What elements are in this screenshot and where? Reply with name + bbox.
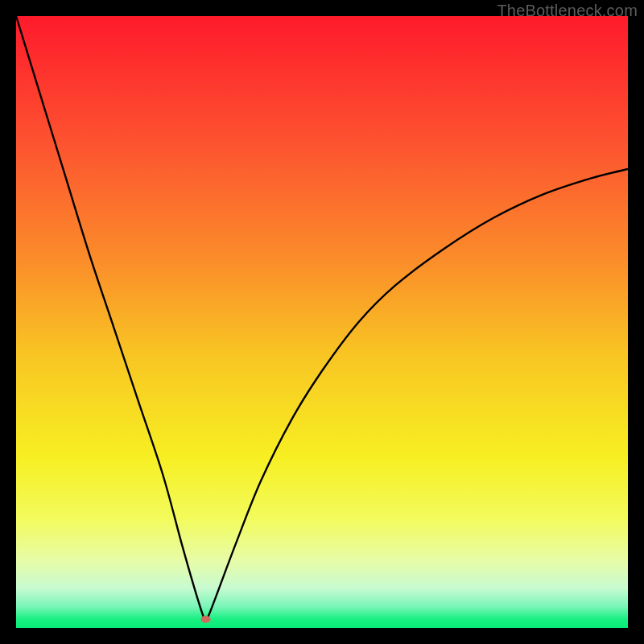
optimum-marker [201,616,211,623]
watermark-text: TheBottleneck.com [497,2,638,20]
chart-svg [16,16,628,628]
bottleneck-chart [16,16,628,628]
gradient-background [16,16,628,628]
